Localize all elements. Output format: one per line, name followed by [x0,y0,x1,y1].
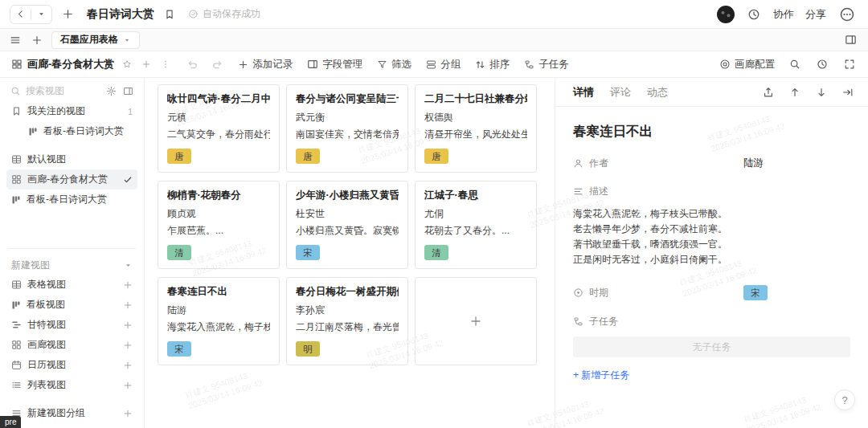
subtask-button[interactable]: 子任务 [524,58,569,71]
export-record-button[interactable] [761,85,776,100]
favorite-button[interactable] [162,7,177,22]
description-field-value[interactable]: 海棠花入燕泥乾，梅子枝头已带酸。 老去懒寻年少梦，春分不减社前寒。 著书敢望垂千… [573,206,850,267]
add-record-button[interactable]: 添加记录 [238,58,293,71]
collapse-sidebar-button[interactable] [123,86,133,96]
sidebar-item-new-gallery-view[interactable]: 画廊视图 [6,335,137,355]
sidebar-item-label: 看板-春日诗词大赏 [27,193,107,206]
record-title[interactable]: 春寒连日不出 [573,123,850,141]
poem-card[interactable]: 少年游·小楼归燕又黄昏 杜安世 小楼归燕又黄昏。寂寞锁高... 宋 [286,181,408,269]
poem-card[interactable]: 江城子·春思 尤侗 花朝去了又春分。... 清 [415,181,537,269]
fullscreen-icon [844,59,855,70]
sidebar-item-new-calendar-view[interactable]: 日历视图 [6,355,137,375]
sheet-tab-active[interactable]: 石墨应用表格 [51,31,140,49]
gallery-view-icon [11,174,22,185]
user-avatar[interactable] [717,6,735,23]
add-subtask-button[interactable]: + 新增子任务 [573,369,629,382]
view-settings-button[interactable] [106,86,117,96]
nav-dropdown-button[interactable] [31,6,51,23]
poem-card-author: 顾贞观 [167,207,270,221]
field-period: 时期 宋 [573,285,850,300]
sidebar-item-kanban-view[interactable]: 看板-春日诗词大赏 [6,190,137,210]
poem-card-author: 陆游 [167,304,270,317]
followed-views-header[interactable]: 我关注的视图 1 [6,101,137,121]
back-button[interactable] [10,6,31,23]
undo-button[interactable] [185,57,200,72]
author-field-value[interactable]: 陆游 [743,157,764,170]
period-tag[interactable]: 宋 [743,285,768,300]
sidebar-item-default-view[interactable]: 默认视图 [6,149,137,169]
poem-card[interactable]: 春分日梅花一树盛开期伍... 李孙宸 二月江南尽落梅，春光曾不... 明 [286,277,408,365]
poem-card[interactable]: 二月二十七日社兼春分端... 权德舆 清昼开帘坐，风光处处生。... 唐 [415,84,537,173]
sheet-panel-button[interactable] [843,32,858,47]
add-view-icon[interactable] [123,361,133,370]
new-file-button[interactable] [60,6,76,22]
more-button[interactable] [837,5,857,24]
add-view-button[interactable] [140,58,153,71]
filter-button[interactable]: 筛选 [377,58,411,71]
poem-card[interactable]: 柳梢青·花朝春分 顾贞观 乍展芭蕉。... 清 [158,181,280,269]
poem-card-author: 元稹 [167,111,270,124]
view-search-placeholder: 搜索视图 [26,84,64,98]
add-view-icon[interactable] [123,340,133,350]
next-record-button[interactable] [814,85,829,100]
plus-icon [62,8,74,20]
sidebar-item-new-kanban-view[interactable]: 看板视图 [6,295,137,315]
share-button[interactable]: 分享 [805,7,826,22]
tab-activity[interactable]: 动态 [647,85,668,100]
version-history-button[interactable] [746,6,762,22]
poem-card-excerpt: 南国宴佳宾，交情老倍亲。... [296,128,399,141]
previous-record-button[interactable] [788,85,802,100]
record-history-button[interactable] [815,57,829,71]
add-record-label: 添加记录 [252,58,293,71]
sidebar-item-new-table-view[interactable]: 表格视图 [6,275,137,295]
divider [8,248,136,249]
sidebar-item-new-view-group[interactable]: 新建视图分组 [6,403,137,423]
favorite-view-button[interactable] [121,58,133,71]
sort-button[interactable]: 排序 [475,58,510,71]
poem-card[interactable]: 春分与诸公同宴呈陆三十... 武元衡 南国宴佳宾，交情老倍亲。... 唐 [286,84,408,173]
add-view-icon[interactable] [123,320,133,330]
collaborate-button[interactable]: 协作 [773,7,794,22]
view-more-button[interactable] [159,58,172,71]
poem-card-title: 二月二十七日社兼春分端... [424,92,527,106]
help-button[interactable]: ? [834,389,855,410]
sheet-tab-label: 石墨应用表格 [60,33,118,47]
table-view-icon [11,154,22,165]
add-view-icon[interactable] [123,381,133,390]
circle-dot-icon [573,287,583,298]
poem-card-title: 柳梢青·花朝春分 [167,189,270,202]
redo-button[interactable] [210,57,225,72]
add-sheet-button[interactable] [30,33,44,47]
sidebar-item-gallery-view-selected[interactable]: 画廊-春分食材大赏 [6,169,137,190]
sidebar-item-new-gantt-view[interactable]: 甘特视图 [6,315,137,335]
poem-card[interactable]: 咏廿四气诗·春分二月中 元稹 二气莫交争，春分雨处行。... 唐 [158,84,280,173]
author-field-label: 作者 [589,157,608,170]
poem-card-selected[interactable]: 春寒连日不出 陆游 海棠花入燕泥乾，梅子枝头... 宋 [158,277,280,365]
gallery-config-button[interactable]: 画廊配置 [719,58,775,71]
sort-label: 排序 [489,58,510,71]
sidebar-item-followed-kanban[interactable]: 看板-春日诗词大赏 [6,121,137,141]
poem-card-author: 尤侗 [424,207,527,221]
description-line: 海棠花入燕泥乾，梅子枝头已带酸。 [573,206,850,222]
new-view-section-header[interactable]: 新建视图 [6,255,137,275]
caret-down-icon [37,10,46,18]
search-records-button[interactable] [788,57,802,71]
add-view-icon[interactable] [123,300,133,310]
menu-icon [10,35,21,46]
sidebar-item-new-list-view[interactable]: 列表视图 [6,375,137,395]
add-view-group-icon[interactable] [123,409,133,418]
sidebar-item-label: 新建视图分组 [27,406,85,420]
list-view-icon [11,380,22,390]
tab-comments[interactable]: 评论 [610,85,631,100]
tab-details[interactable]: 详情 [573,85,594,100]
gear-icon [106,86,117,96]
collapse-panel-button[interactable] [841,85,855,100]
add-view-icon[interactable] [123,280,133,290]
fullscreen-button[interactable] [842,57,857,71]
field-manage-button[interactable]: 字段管理 [307,58,362,71]
view-search[interactable]: 搜索视图 [6,84,137,98]
group-button[interactable]: 分组 [426,58,461,71]
add-record-card[interactable] [415,277,537,365]
sheet-list-button[interactable] [8,33,23,47]
redo-icon [211,59,223,71]
